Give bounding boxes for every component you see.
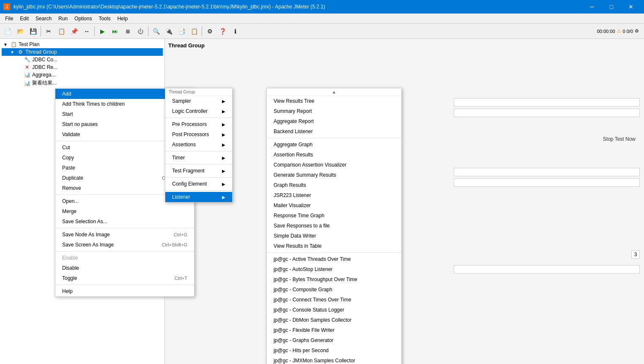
cm2-assertions-label: Assertions bbox=[172, 142, 196, 148]
thread-input-5[interactable]: 3 bbox=[631, 250, 640, 259]
thread-input-2[interactable] bbox=[454, 109, 640, 117]
cm-help[interactable]: Help bbox=[55, 286, 194, 296]
cm-save-selection[interactable]: Save Selection As... bbox=[55, 216, 194, 227]
cm-merge[interactable]: Merge bbox=[55, 206, 194, 216]
minimize-button[interactable]: ─ bbox=[582, 0, 602, 14]
cm2-post-processors[interactable]: Post Processors ▶ bbox=[165, 129, 232, 140]
thread-input-6[interactable] bbox=[454, 265, 640, 274]
stop-test-btn[interactable]: Stop Test Now bbox=[603, 136, 636, 142]
info-button[interactable]: ℹ bbox=[229, 25, 241, 37]
cm-save-screen-image[interactable]: Save Screen As Image Ctrl+Shift+G bbox=[55, 240, 194, 250]
cm2-config-element[interactable]: Config Element ▶ bbox=[165, 179, 232, 189]
cm-toggle[interactable]: Toggle Ctrl+T bbox=[55, 273, 194, 283]
cm3-active-threads[interactable]: jp@gc - Active Threads Over Time bbox=[267, 254, 401, 264]
cm3-view-results-table[interactable]: View Results in Table bbox=[267, 241, 401, 251]
cm3-view-results-tree[interactable]: View Results Tree bbox=[267, 96, 401, 106]
tree-item-thread-group[interactable]: ▼ ⚙ Thread Group bbox=[2, 48, 163, 56]
menu-search[interactable]: Search bbox=[32, 14, 55, 24]
expand-icon: ▼ bbox=[3, 42, 8, 47]
cm-save-screen-image-shortcut: Ctrl+Shift+G bbox=[162, 242, 187, 247]
title-bar-left: J kylin_jdbc.jmx (C:\Users\Administrator… bbox=[3, 3, 325, 10]
menu-file[interactable]: File bbox=[2, 14, 16, 24]
tree-item-view-results[interactable]: 📊 聚看结果... bbox=[2, 79, 163, 88]
cm-toggle-shortcut: Ctrl+T bbox=[175, 276, 187, 281]
function-button[interactable]: ⚙ bbox=[204, 25, 216, 37]
cut-button[interactable]: ✂ bbox=[43, 25, 55, 37]
expand-button[interactable]: ↔ bbox=[81, 25, 93, 37]
cm3-view-results-tree-label: View Results Tree bbox=[274, 98, 315, 104]
cm2-timer[interactable]: Timer ▶ bbox=[165, 153, 232, 163]
run-no-pause-button[interactable]: ⏭ bbox=[109, 25, 121, 37]
cm-save-screen-image-label: Save Screen As Image bbox=[62, 242, 114, 248]
cm2-listener[interactable]: Listener ▶ bbox=[165, 192, 232, 202]
remote-start-button[interactable]: 🔍 bbox=[150, 25, 162, 37]
cm-save-node-image[interactable]: Save Node As Image Ctrl+G bbox=[55, 230, 194, 240]
thread-input-3[interactable] bbox=[454, 168, 640, 176]
cm3-generate-summary[interactable]: Generate Summary Results bbox=[267, 170, 401, 180]
tree-item-test-plan[interactable]: ▼ 📋 Test Plan bbox=[2, 41, 163, 48]
menu-options[interactable]: Options bbox=[71, 14, 95, 24]
cm3-composite-graph-label: jp@gc - Composite Graph bbox=[274, 287, 332, 293]
cm-add-label: Add bbox=[62, 91, 71, 97]
cm3-summary-report[interactable]: Summary Report bbox=[267, 106, 401, 116]
cm3-save-responses[interactable]: Save Responses to a file bbox=[267, 221, 401, 231]
remote-stop-button[interactable]: 🔌 bbox=[163, 25, 175, 37]
window-controls[interactable]: ─ □ ✕ bbox=[582, 0, 641, 14]
cm2-logic-controller[interactable]: Logic Controller ▶ bbox=[165, 106, 232, 116]
cm-enable-label: Enable bbox=[62, 255, 78, 261]
tree-item-aggregate[interactable]: 📊 Aggrega... bbox=[2, 71, 163, 79]
cm3-jsr223-listener[interactable]: JSR223 Listener bbox=[267, 190, 401, 200]
cm2-sampler[interactable]: Sampler ▶ bbox=[165, 96, 232, 106]
cm3-graph-results[interactable]: Graph Results bbox=[267, 180, 401, 190]
new-button[interactable]: 📄 bbox=[2, 25, 14, 37]
help2-button[interactable]: ❓ bbox=[216, 25, 228, 37]
cm3-graphs-generator[interactable]: jp@gc - Graphs Generator bbox=[267, 335, 401, 345]
open-button[interactable]: 📂 bbox=[14, 25, 26, 37]
cm3-aggregate-graph[interactable]: Aggregate Graph bbox=[267, 140, 401, 150]
thread-input-4[interactable] bbox=[454, 178, 640, 187]
maximize-button[interactable]: □ bbox=[602, 0, 621, 14]
template-button[interactable]: 📑 bbox=[175, 25, 187, 37]
copy-button[interactable]: 📋 bbox=[55, 25, 67, 37]
cm2-test-fragment[interactable]: Test Fragment ▶ bbox=[165, 166, 232, 176]
cm3-assertion-results[interactable]: Assertion Results bbox=[267, 150, 401, 160]
cm3-response-time-graph[interactable]: Response Time Graph bbox=[267, 211, 401, 221]
cm-disable[interactable]: Disable bbox=[55, 263, 194, 273]
cm3-dbmon-samples[interactable]: jp@gc - DbMon Samples Collector bbox=[267, 315, 401, 325]
shutdown-button[interactable]: ⏻ bbox=[134, 25, 146, 37]
cm3-comparison-assertion[interactable]: Comparison Assertion Visualizer bbox=[267, 160, 401, 170]
log-button[interactable]: 📋 bbox=[188, 25, 200, 37]
cm2-assertions[interactable]: Assertions ▶ bbox=[165, 140, 232, 150]
cm3-composite-graph[interactable]: jp@gc - Composite Graph bbox=[267, 285, 401, 295]
settings-icon[interactable]: ⚙ bbox=[635, 28, 639, 34]
menu-edit[interactable]: Edit bbox=[16, 14, 32, 24]
cm2-pre-processors[interactable]: Pre Processors ▶ bbox=[165, 119, 232, 129]
jdbc-co-icon: 🔧 bbox=[24, 57, 30, 63]
cm3-backend-listener[interactable]: Backend Listener bbox=[267, 126, 401, 137]
cm3-simple-data-writer-label: Simple Data Writer bbox=[274, 233, 316, 239]
menu-run[interactable]: Run bbox=[55, 14, 71, 24]
cm3-console-status[interactable]: jp@gc - Console Status Logger bbox=[267, 305, 401, 315]
menu-help[interactable]: Help bbox=[114, 14, 131, 24]
cm3-flexible-file[interactable]: jp@gc - Flexible File Writer bbox=[267, 325, 401, 335]
cm2-post-processors-arrow: ▶ bbox=[222, 132, 225, 137]
cm3-hits-per-second[interactable]: jp@gc - Hits per Second bbox=[267, 345, 401, 356]
cm3-jmxmon-samples[interactable]: jp@gc - JMXMon Samples Collector bbox=[267, 356, 401, 364]
stop-button[interactable]: ⏹ bbox=[122, 25, 134, 37]
thread-group-icon: ⚙ bbox=[17, 49, 24, 55]
run-button[interactable]: ▶ bbox=[96, 25, 108, 37]
tree-item-jdbc-co[interactable]: 🔧 JDBC Co... bbox=[2, 56, 163, 63]
cm3-simple-data-writer[interactable]: Simple Data Writer bbox=[267, 231, 401, 241]
save-button[interactable]: 💾 bbox=[27, 25, 39, 37]
thread-input-1[interactable] bbox=[454, 98, 640, 107]
menu-tools[interactable]: Tools bbox=[95, 14, 114, 24]
separator-4 bbox=[202, 26, 202, 36]
cm3-autostop[interactable]: jp@gc - AutoStop Listener bbox=[267, 264, 401, 274]
cm3-aggregate-report[interactable]: Aggregate Report bbox=[267, 116, 401, 126]
cm3-mailer-visualizer[interactable]: Mailer Visualizer bbox=[267, 200, 401, 211]
close-button[interactable]: ✕ bbox=[621, 0, 641, 14]
cm3-connect-times[interactable]: jp@gc - Connect Times Over Time bbox=[267, 295, 401, 305]
cm3-bytes-throughput[interactable]: jp@gc - Bytes Throughput Over Time bbox=[267, 274, 401, 285]
paste-button[interactable]: 📌 bbox=[68, 25, 80, 37]
tree-item-jdbc-re[interactable]: ✕ JDBC Re... bbox=[2, 63, 163, 71]
